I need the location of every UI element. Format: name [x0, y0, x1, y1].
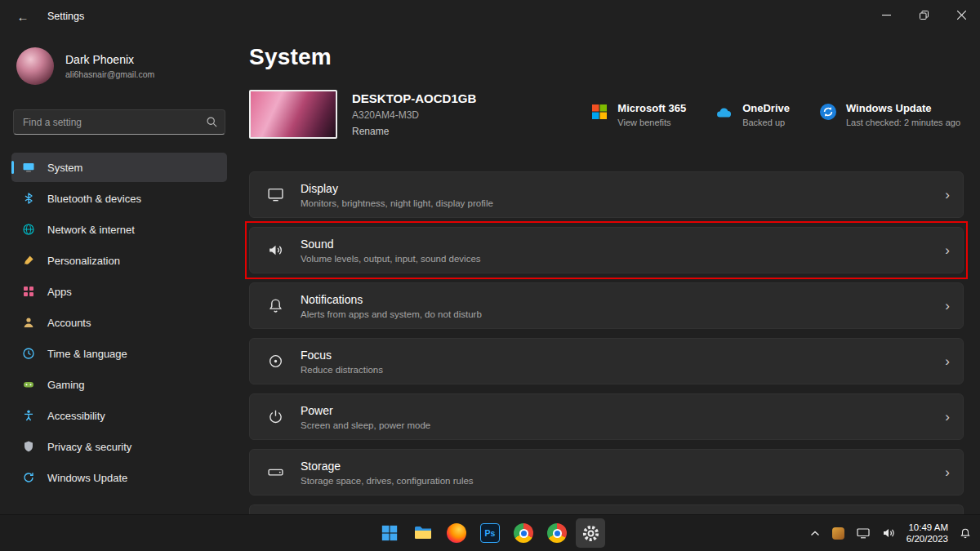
card-power[interactable]: Power Screen and sleep, power mode › [249, 393, 964, 440]
system-tray: 10:49 AM 6/20/2023 [808, 515, 973, 551]
tile-title: Windows Update [846, 102, 960, 114]
photoshop-button[interactable]: Ps [475, 518, 505, 548]
tile-subtitle: Backed up [742, 118, 790, 127]
card-storage[interactable]: Storage Storage space, drives, configura… [249, 449, 964, 495]
search-box [13, 109, 225, 135]
page-title: System [249, 44, 964, 70]
card-notifications[interactable]: Notifications Alerts from apps and syste… [249, 282, 964, 329]
card-title: Focus [301, 349, 945, 362]
card-title: Storage [301, 460, 945, 473]
window-title: Settings [47, 11, 84, 22]
device-model: A320AM4-M3D [352, 109, 476, 121]
card-title: Sound [301, 238, 945, 251]
tile-onedrive[interactable]: OneDrive Backed up [715, 102, 790, 127]
gamepad-icon [21, 377, 36, 392]
apps-grid-icon [21, 284, 36, 299]
device-header: DESKTOP-AOCD1GB A320AM4-M3D Rename Micro… [249, 90, 964, 139]
brush-icon [21, 253, 36, 268]
person-icon [21, 315, 36, 330]
restore-icon [920, 11, 929, 20]
photoshop-icon: Ps [480, 523, 500, 543]
card-subtitle: Alerts from apps and system, do not dist… [301, 309, 945, 319]
tray-app-button[interactable] [830, 519, 847, 547]
tile-windows-update[interactable]: Windows Update Last checked: 2 minutes a… [819, 102, 960, 127]
settings-nav: System Bluetooth & devices Network & int… [11, 153, 227, 492]
main-content: System DESKTOP-AOCD1GB A320AM4-M3D Renam… [238, 33, 980, 514]
user-name: Dark Phoenix [65, 53, 154, 66]
card-sound[interactable]: Sound Volume levels, output, input, soun… [249, 227, 964, 273]
chrome-button[interactable] [509, 518, 538, 548]
cast-button[interactable] [854, 519, 872, 547]
card-subtitle: Screen and sleep, power mode [301, 420, 945, 430]
search-input[interactable] [13, 109, 225, 135]
volume-button[interactable] [880, 519, 898, 547]
taskbar-clock[interactable]: 10:49 AM 6/20/2023 [905, 518, 950, 548]
system-icon [21, 160, 36, 175]
sidebar-item-network-internet[interactable]: Network & internet [11, 215, 227, 244]
sidebar-item-apps[interactable]: Apps [11, 277, 227, 306]
sidebar-item-label: Apps [47, 286, 72, 298]
sidebar-item-time-language[interactable]: Time & language [11, 339, 227, 368]
card-subtitle: Monitors, brightness, night light, displ… [301, 198, 945, 208]
sidebar-item-bluetooth-devices[interactable]: Bluetooth & devices [11, 184, 227, 213]
tile-subtitle: Last checked: 2 minutes ago [846, 118, 960, 127]
sidebar-item-label: Time & language [47, 348, 127, 360]
chevron-right-icon: › [945, 354, 950, 368]
sidebar-item-privacy-security[interactable]: Privacy & security [11, 432, 227, 461]
focus-icon [250, 353, 301, 370]
sound-icon [250, 242, 301, 259]
file-explorer-button[interactable] [408, 518, 438, 548]
back-arrow-icon: ← [17, 10, 29, 24]
start-button[interactable] [375, 518, 404, 548]
bluetooth-icon [21, 191, 36, 206]
sidebar-item-label: Accounts [47, 317, 91, 329]
power-icon [250, 408, 301, 425]
sidebar-item-label: Network & internet [47, 224, 135, 236]
close-button[interactable] [942, 0, 980, 29]
chrome-secondary-button[interactable] [542, 518, 572, 548]
card-subtitle: Reduce distractions [301, 365, 945, 375]
avatar [16, 47, 54, 85]
storage-drive-icon [250, 464, 301, 481]
gear-icon [581, 524, 600, 543]
notification-bell-icon [960, 527, 971, 540]
firefox-button[interactable] [442, 518, 471, 548]
bell-icon [250, 297, 301, 314]
update-arrows-icon [21, 470, 36, 485]
sidebar-item-personalization[interactable]: Personalization [11, 246, 227, 275]
sidebar-item-label: Accessibility [47, 410, 105, 422]
sidebar-item-accounts[interactable]: Accounts [11, 308, 227, 337]
sidebar-item-label: Bluetooth & devices [47, 193, 141, 205]
sidebar-item-system[interactable]: System [11, 153, 227, 182]
chevron-right-icon: › [945, 243, 950, 257]
sidebar-item-windows-update[interactable]: Windows Update [11, 463, 227, 492]
windows-logo-icon [381, 524, 399, 542]
user-profile[interactable]: Dark Phoenix ali6hasnair@gmail.com [16, 47, 224, 85]
back-button[interactable]: ← [10, 5, 36, 28]
user-email: ali6hasnair@gmail.com [65, 69, 154, 79]
notification-center-button[interactable] [957, 519, 973, 547]
card-title: Display [301, 182, 945, 195]
minimize-icon [882, 11, 891, 20]
device-wallpaper-thumbnail [249, 90, 337, 139]
tile-microsoft-365[interactable]: Microsoft 365 View benefits [590, 102, 686, 127]
rename-link[interactable]: Rename [352, 126, 476, 137]
tile-title: Microsoft 365 [617, 102, 686, 114]
sidebar: Dark Phoenix ali6hasnair@gmail.com Syste… [0, 33, 238, 514]
device-name: DESKTOP-AOCD1GB [352, 91, 476, 105]
sidebar-item-gaming[interactable]: Gaming [11, 370, 227, 399]
card-partial-next [249, 504, 964, 514]
sidebar-item-label: Personalization [47, 255, 120, 267]
globe-icon [21, 222, 36, 237]
card-focus[interactable]: Focus Reduce distractions › [249, 338, 964, 384]
restore-button[interactable] [905, 0, 942, 29]
display-icon [250, 186, 301, 203]
hidden-icons-button[interactable] [808, 519, 822, 547]
sidebar-item-accessibility[interactable]: Accessibility [11, 401, 227, 430]
settings-taskbar-button[interactable] [576, 518, 605, 548]
volume-icon [882, 527, 895, 539]
card-display[interactable]: Display Monitors, brightness, night ligh… [249, 171, 964, 218]
minimize-button[interactable] [867, 0, 905, 29]
chrome-icon [514, 523, 533, 543]
clock-icon [21, 346, 36, 361]
